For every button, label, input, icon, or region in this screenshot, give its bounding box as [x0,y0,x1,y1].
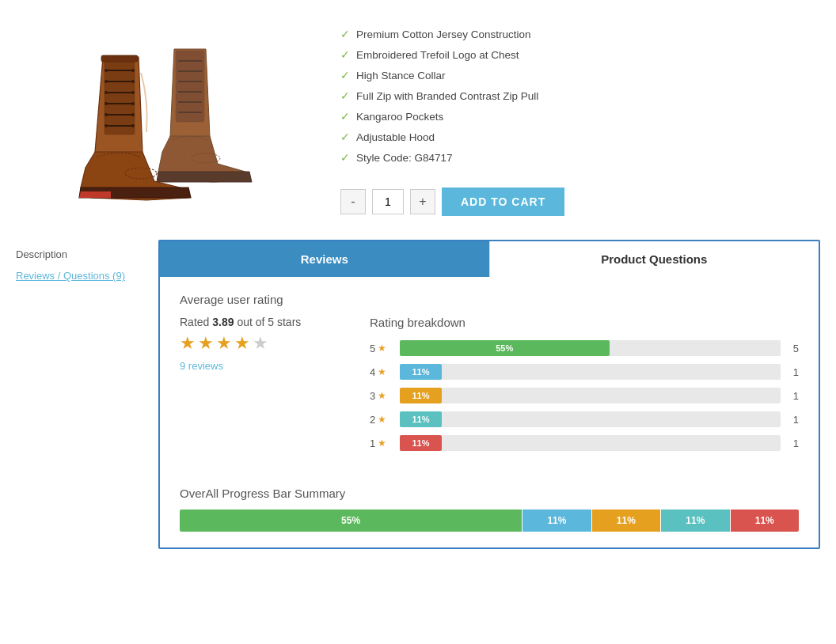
star-5: ★ [253,333,268,354]
svg-point-22 [131,102,135,105]
bar-star-label: 4★ [370,366,393,378]
svg-point-25 [104,124,108,127]
bar-percent-label: 11% [412,391,429,400]
bar-fill: 55% [400,340,610,356]
nav-description-link[interactable]: Description [16,244,158,265]
bar-star-label: 5★ [370,343,393,354]
tab-questions[interactable]: Product Questions [489,241,819,277]
left-nav: Description Reviews / Questions (9) [16,240,158,549]
tab-reviews[interactable]: Reviews [160,241,489,277]
svg-point-17 [104,80,108,83]
star-mini-icon: ★ [378,366,386,377]
svg-point-20 [131,91,135,94]
star-1: ★ [180,333,196,354]
bar-count: 1 [787,390,799,402]
rating-content: Rated 3.89 out of 5 stars ★ ★ ★ ★ ★ 9 re… [180,316,799,459]
bar-star-label: 3★ [370,390,393,402]
bar-track: 11% [400,388,781,403]
svg-rect-28 [101,55,138,62]
check-icon: ✓ [340,48,350,61]
star-mini-icon: ★ [378,343,386,354]
bar-star-label: 2★ [370,414,393,426]
overall-segment: 55% [180,510,522,532]
svg-point-26 [131,124,135,127]
bar-percent-label: 55% [496,343,513,353]
product-section: ✓Premium Cotton Jersey Construction✓Embr… [16,16,820,216]
star-mini-icon: ★ [378,438,386,449]
star-2: ★ [198,333,214,354]
bar-count: 1 [787,366,799,378]
bar-row: 2★11%1 [370,411,799,427]
overall-segment: 11% [522,510,591,532]
quantity-input[interactable] [372,189,404,214]
svg-point-18 [131,80,135,83]
feature-item: ✓Kangaroo Pockets [340,106,820,127]
tabs: Reviews Product Questions [160,241,819,277]
check-icon: ✓ [340,131,350,143]
bar-row: 1★11%1 [370,435,799,451]
nav-reviews-link[interactable]: Reviews / Questions (9) [16,265,158,286]
bars-container: 5★55%54★11%13★11%12★11%11★11%1 [370,340,799,451]
bar-row: 5★55%5 [370,340,799,356]
bar-row: 3★11%1 [370,388,799,403]
svg-point-15 [104,69,108,72]
product-details: ✓Premium Cotton Jersey Construction✓Embr… [340,16,820,216]
overall-segment: 11% [592,510,660,532]
bar-star-label: 1★ [370,438,393,449]
star-4: ★ [234,333,250,354]
product-image [32,29,301,203]
reviews-panel-container: Reviews Product Questions → Average user… [158,240,820,549]
bar-fill: 11% [400,364,442,380]
feature-item: ✓Style Code: G84717 [340,147,820,168]
feature-item: ✓Premium Cotton Jersey Construction [340,24,820,44]
check-icon: ✓ [340,151,350,164]
svg-point-19 [104,91,108,94]
bar-track: 11% [400,435,781,451]
star-3: ★ [216,333,232,354]
overall-segment: 11% [661,510,729,532]
quantity-plus-button[interactable]: + [410,189,435,214]
check-icon: ✓ [340,89,350,102]
bar-count: 5 [787,343,799,354]
avg-rating-title: Average user rating [180,293,799,306]
breakdown-title: Rating breakdown [370,316,799,329]
star-mini-icon: ★ [378,414,386,425]
overall-bar: 55%11%11%11%11% [180,510,799,532]
feature-item: ✓Adjustable Hood [340,127,820,147]
feature-list: ✓Premium Cotton Jersey Construction✓Embr… [340,24,820,168]
bar-track: 55% [400,340,781,356]
feature-item: ✓Embroidered Trefoil Logo at Chest [340,44,820,65]
bar-track: 11% [400,411,781,427]
star-mini-icon: ★ [378,390,386,401]
check-icon: ✓ [340,69,350,81]
svg-point-21 [104,102,108,105]
svg-point-24 [131,113,135,116]
add-to-cart-button[interactable]: ADD TO CART [442,188,564,216]
product-image-area [16,16,317,216]
review-count[interactable]: 9 reviews [180,360,338,372]
check-icon: ✓ [340,110,350,123]
rated-text: Rated 3.89 out of 5 stars [180,316,338,328]
bar-fill: 11% [400,435,442,451]
feature-item: ✓High Stance Collar [340,65,820,85]
overall-rating: Rated 3.89 out of 5 stars ★ ★ ★ ★ ★ 9 re… [180,316,338,372]
reviews-content: → Average user rating Rated 3.89 out of … [160,277,819,547]
svg-point-23 [104,113,108,116]
rating-value: 3.89 [212,316,234,328]
overall-title: OverAll Progress Bar Summary [180,487,799,500]
rating-breakdown: Rating breakdown 5★55%54★11%13★11%12★11%… [370,316,799,459]
quantity-minus-button[interactable]: - [340,189,366,214]
bar-percent-label: 11% [412,367,429,377]
feature-item: ✓Full Zip with Branded Contrast Zip Pull [340,85,820,106]
bar-track: 11% [400,364,781,380]
bar-fill: 11% [400,388,442,403]
cart-controls: - + ADD TO CART [340,188,820,216]
bottom-section: Description Reviews / Questions (9) Revi… [16,240,820,549]
svg-point-16 [131,69,135,72]
overall-summary: OverAll Progress Bar Summary 55%11%11%11… [180,475,799,532]
bar-percent-label: 11% [412,438,429,448]
bar-fill: 11% [400,411,442,427]
bar-count: 1 [787,414,799,426]
check-icon: ✓ [340,28,350,40]
bar-row: 4★11%1 [370,364,799,380]
